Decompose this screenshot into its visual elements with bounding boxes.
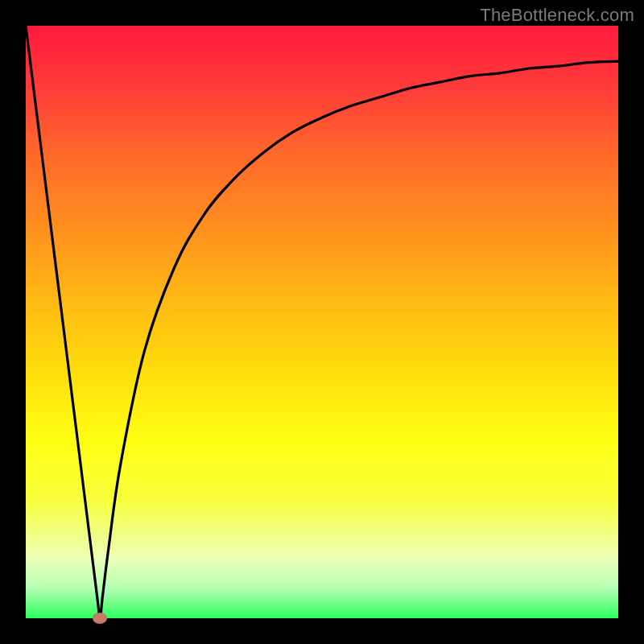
curve-svg (26, 26, 618, 618)
watermark-text: TheBottleneck.com (480, 5, 634, 26)
curve-path (26, 26, 618, 618)
plot-area (26, 26, 618, 618)
minimum-marker (93, 613, 107, 624)
chart-frame: TheBottleneck.com (0, 0, 644, 644)
